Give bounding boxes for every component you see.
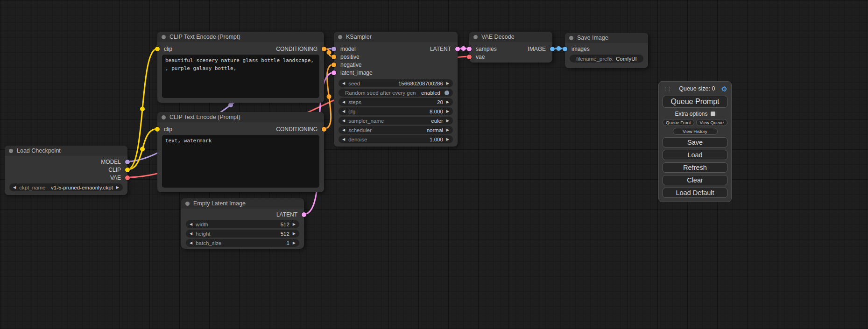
load-default-button[interactable]: Load Default [663,188,727,198]
slot-label: LATENT [430,46,451,52]
latent-image-input-dot[interactable] [332,70,336,75]
clip-input-dot[interactable] [155,127,160,132]
filename-prefix-widget[interactable]: filename_prefix ComfyUI [570,55,643,63]
collapse-dot-icon[interactable] [162,115,166,119]
clip-input-dot[interactable] [155,47,160,51]
save-button[interactable]: Save [663,137,727,147]
collapse-dot-icon[interactable] [338,35,342,39]
link-midpoint-dot [140,107,145,112]
node-title: Save Image [577,35,608,41]
toggle-knob-icon[interactable] [445,91,449,95]
decrement-icon[interactable]: ◀ [190,241,192,245]
height-widget[interactable]: ◀ height 512 ▶ [186,230,299,238]
batch-size-widget[interactable]: ◀ batch_size 1 ▶ [186,239,299,247]
widget-value: 1 [286,240,289,246]
node-titlebar[interactable]: KSampler [334,32,458,42]
positive-input-dot[interactable] [332,55,336,59]
refresh-button[interactable]: Refresh [663,162,727,173]
prev-value-icon[interactable]: ◀ [342,119,345,123]
collapse-dot-icon[interactable] [9,149,13,153]
queue-front-button[interactable]: Queue Front [663,119,694,126]
node-titlebar[interactable]: CLIP Text Encode (Prompt) [157,32,324,42]
cfg-widget[interactable]: ◀ cfg 8.000 ▶ [339,107,453,115]
next-value-icon[interactable]: ▶ [446,119,449,123]
samples-input-dot[interactable] [467,47,472,51]
widget-value: 512 [281,231,289,237]
random-seed-toggle-widget[interactable]: Random seed after every gen enabled [339,89,453,97]
conditioning-output-dot[interactable] [322,47,326,51]
slot-row: clip CONDITIONING [157,125,324,133]
slot-label: negative [340,62,361,68]
vae-output-dot[interactable] [125,175,130,180]
node-load-checkpoint[interactable]: Load Checkpoint MODEL CLIP VAE ◀ ckpt_na… [5,146,127,195]
node-titlebar[interactable]: VAE Decode [469,32,552,42]
latent-output-dot[interactable] [302,212,306,217]
width-widget[interactable]: ◀ width 512 ▶ [186,220,299,228]
prev-value-icon[interactable]: ◀ [342,128,345,132]
node-titlebar[interactable]: CLIP Text Encode (Prompt) [157,112,324,122]
decrement-icon[interactable]: ◀ [342,110,345,113]
node-empty-latent-image[interactable]: Empty Latent Image LATENT ◀ width 512 ▶ … [181,198,304,249]
slot-label: samples [476,46,497,52]
slot-label: VAE [110,175,121,181]
node-clip-text-encode-positive[interactable]: CLIP Text Encode (Prompt) clip CONDITION… [157,32,324,103]
node-titlebar[interactable]: Empty Latent Image [181,198,304,209]
ckpt-name-widget[interactable]: ◀ ckpt_name v1-5-pruned-emaonly.ckpt ▶ [9,183,123,191]
vae-input-dot[interactable] [467,55,472,59]
node-ksampler[interactable]: KSampler model LATENT positive negative … [334,32,458,147]
increment-icon[interactable]: ▶ [293,241,296,245]
sampler-name-widget[interactable]: ◀ sampler_name euler ▶ [339,117,453,125]
conditioning-output-dot[interactable] [322,127,326,132]
negative-prompt-textarea[interactable]: text, watermark [162,135,319,188]
output-slot-clip: CLIP [5,166,127,174]
drag-handle-icon[interactable]: ⋮⋮ [663,86,673,92]
view-queue-button[interactable]: View Queue [696,119,728,126]
decrement-icon[interactable]: ◀ [342,82,345,85]
view-history-button[interactable]: View History [673,128,718,135]
node-vae-decode[interactable]: VAE Decode samples IMAGE vae [469,32,552,63]
images-input-dot[interactable] [563,47,567,51]
queue-panel[interactable]: ⋮⋮ Queue size: 0 ⚙ Queue Prompt Extra op… [658,81,732,202]
increment-icon[interactable]: ▶ [446,138,449,141]
seed-widget[interactable]: ◀ seed 156680208700286 ▶ [339,79,453,87]
node-titlebar[interactable]: Save Image [565,33,648,43]
image-output-dot[interactable] [550,47,555,51]
decrement-icon[interactable]: ◀ [342,138,345,141]
clip-output-dot[interactable] [125,168,130,172]
denoise-widget[interactable]: ◀ denoise 1.000 ▶ [339,135,453,143]
decrement-icon[interactable]: ◀ [190,232,192,236]
decrement-icon[interactable]: ◀ [190,223,192,226]
increment-icon[interactable]: ▶ [446,110,449,113]
increment-icon[interactable]: ▶ [293,223,296,226]
load-button[interactable]: Load [663,150,727,160]
node-graph-canvas[interactable]: Load Checkpoint MODEL CLIP VAE ◀ ckpt_na… [0,0,868,329]
slot-label: LATENT [276,211,297,218]
collapse-dot-icon[interactable] [473,35,478,39]
positive-prompt-textarea[interactable]: beautiful scenery nature glass bottle la… [162,55,319,98]
steps-widget[interactable]: ◀ steps 20 ▶ [339,98,453,106]
output-slot-latent: LATENT [181,210,304,218]
settings-gear-icon[interactable]: ⚙ [721,85,727,92]
node-save-image[interactable]: Save Image images filename_prefix ComfyU… [565,33,648,68]
collapse-dot-icon[interactable] [162,35,166,39]
scheduler-widget[interactable]: ◀ scheduler normal ▶ [339,126,453,134]
collapse-dot-icon[interactable] [569,36,573,40]
increment-icon[interactable]: ▶ [446,100,449,104]
collapse-dot-icon[interactable] [185,202,190,206]
increment-icon[interactable]: ▶ [446,82,449,85]
decrement-icon[interactable]: ◀ [342,100,345,104]
model-input-dot[interactable] [332,47,336,51]
extra-options-checkbox[interactable] [711,112,715,116]
node-clip-text-encode-negative[interactable]: CLIP Text Encode (Prompt) clip CONDITION… [157,112,324,192]
next-value-icon[interactable]: ▶ [116,186,119,189]
link-midpoint-dot [461,46,466,51]
next-value-icon[interactable]: ▶ [446,128,449,132]
prev-value-icon[interactable]: ◀ [13,186,16,189]
node-titlebar[interactable]: Load Checkpoint [5,146,127,156]
clear-button[interactable]: Clear [663,175,727,185]
model-output-dot[interactable] [125,160,130,164]
negative-input-dot[interactable] [332,63,336,67]
latent-output-dot[interactable] [455,47,460,51]
queue-prompt-button[interactable]: Queue Prompt [663,96,727,108]
increment-icon[interactable]: ▶ [293,232,296,236]
